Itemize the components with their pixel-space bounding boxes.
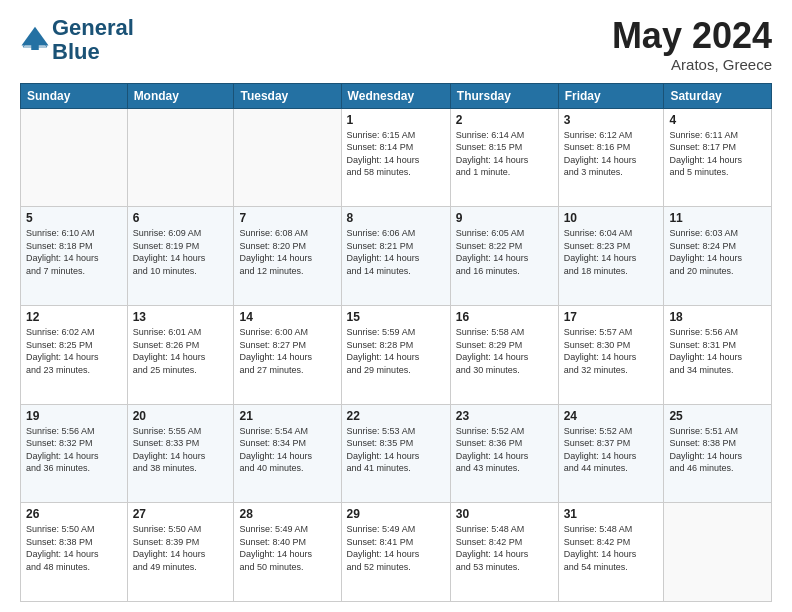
header: GeneralBlue May 2024 Aratos, Greece — [20, 16, 772, 73]
calendar-cell-w3-d6: 18Sunrise: 5:56 AM Sunset: 8:31 PM Dayli… — [664, 305, 772, 404]
day-info: Sunrise: 6:00 AM Sunset: 8:27 PM Dayligh… — [239, 326, 335, 376]
day-info: Sunrise: 6:10 AM Sunset: 8:18 PM Dayligh… — [26, 227, 122, 277]
day-info: Sunrise: 5:56 AM Sunset: 8:32 PM Dayligh… — [26, 425, 122, 475]
calendar-cell-w1-d6: 4Sunrise: 6:11 AM Sunset: 8:17 PM Daylig… — [664, 108, 772, 207]
day-info: Sunrise: 6:14 AM Sunset: 8:15 PM Dayligh… — [456, 129, 553, 179]
day-number: 26 — [26, 507, 122, 521]
calendar-cell-w5-d4: 30Sunrise: 5:48 AM Sunset: 8:42 PM Dayli… — [450, 503, 558, 602]
calendar-title: May 2024 — [612, 16, 772, 56]
day-info: Sunrise: 6:04 AM Sunset: 8:23 PM Dayligh… — [564, 227, 659, 277]
header-friday: Friday — [558, 83, 664, 108]
day-number: 9 — [456, 211, 553, 225]
calendar-cell-w1-d1 — [127, 108, 234, 207]
calendar-cell-w1-d2 — [234, 108, 341, 207]
calendar-week-4: 19Sunrise: 5:56 AM Sunset: 8:32 PM Dayli… — [21, 404, 772, 503]
calendar-cell-w4-d1: 20Sunrise: 5:55 AM Sunset: 8:33 PM Dayli… — [127, 404, 234, 503]
calendar-cell-w3-d0: 12Sunrise: 6:02 AM Sunset: 8:25 PM Dayli… — [21, 305, 128, 404]
day-info: Sunrise: 5:49 AM Sunset: 8:41 PM Dayligh… — [347, 523, 445, 573]
calendar-cell-w4-d3: 22Sunrise: 5:53 AM Sunset: 8:35 PM Dayli… — [341, 404, 450, 503]
day-info: Sunrise: 5:56 AM Sunset: 8:31 PM Dayligh… — [669, 326, 766, 376]
calendar-cell-w4-d5: 24Sunrise: 5:52 AM Sunset: 8:37 PM Dayli… — [558, 404, 664, 503]
day-info: Sunrise: 6:12 AM Sunset: 8:16 PM Dayligh… — [564, 129, 659, 179]
svg-rect-2 — [31, 44, 39, 50]
day-number: 7 — [239, 211, 335, 225]
calendar-cell-w2-d4: 9Sunrise: 6:05 AM Sunset: 8:22 PM Daylig… — [450, 207, 558, 306]
calendar-cell-w3-d4: 16Sunrise: 5:58 AM Sunset: 8:29 PM Dayli… — [450, 305, 558, 404]
day-number: 6 — [133, 211, 229, 225]
calendar-cell-w3-d3: 15Sunrise: 5:59 AM Sunset: 8:28 PM Dayli… — [341, 305, 450, 404]
calendar-cell-w2-d2: 7Sunrise: 6:08 AM Sunset: 8:20 PM Daylig… — [234, 207, 341, 306]
calendar-cell-w5-d1: 27Sunrise: 5:50 AM Sunset: 8:39 PM Dayli… — [127, 503, 234, 602]
title-block: May 2024 Aratos, Greece — [612, 16, 772, 73]
day-number: 13 — [133, 310, 229, 324]
day-number: 11 — [669, 211, 766, 225]
day-info: Sunrise: 5:49 AM Sunset: 8:40 PM Dayligh… — [239, 523, 335, 573]
calendar-week-3: 12Sunrise: 6:02 AM Sunset: 8:25 PM Dayli… — [21, 305, 772, 404]
svg-marker-0 — [22, 27, 49, 46]
day-info: Sunrise: 5:52 AM Sunset: 8:36 PM Dayligh… — [456, 425, 553, 475]
day-number: 8 — [347, 211, 445, 225]
day-info: Sunrise: 6:01 AM Sunset: 8:26 PM Dayligh… — [133, 326, 229, 376]
day-number: 18 — [669, 310, 766, 324]
calendar-week-2: 5Sunrise: 6:10 AM Sunset: 8:18 PM Daylig… — [21, 207, 772, 306]
day-number: 2 — [456, 113, 553, 127]
header-thursday: Thursday — [450, 83, 558, 108]
day-number: 29 — [347, 507, 445, 521]
day-info: Sunrise: 5:53 AM Sunset: 8:35 PM Dayligh… — [347, 425, 445, 475]
header-wednesday: Wednesday — [341, 83, 450, 108]
day-info: Sunrise: 5:50 AM Sunset: 8:39 PM Dayligh… — [133, 523, 229, 573]
calendar-cell-w1-d5: 3Sunrise: 6:12 AM Sunset: 8:16 PM Daylig… — [558, 108, 664, 207]
day-number: 24 — [564, 409, 659, 423]
day-info: Sunrise: 5:54 AM Sunset: 8:34 PM Dayligh… — [239, 425, 335, 475]
day-number: 4 — [669, 113, 766, 127]
day-info: Sunrise: 5:52 AM Sunset: 8:37 PM Dayligh… — [564, 425, 659, 475]
day-info: Sunrise: 6:08 AM Sunset: 8:20 PM Dayligh… — [239, 227, 335, 277]
calendar-cell-w2-d1: 6Sunrise: 6:09 AM Sunset: 8:19 PM Daylig… — [127, 207, 234, 306]
calendar-cell-w1-d3: 1Sunrise: 6:15 AM Sunset: 8:14 PM Daylig… — [341, 108, 450, 207]
logo: GeneralBlue — [20, 16, 134, 64]
day-info: Sunrise: 6:05 AM Sunset: 8:22 PM Dayligh… — [456, 227, 553, 277]
calendar-cell-w4-d6: 25Sunrise: 5:51 AM Sunset: 8:38 PM Dayli… — [664, 404, 772, 503]
logo-icon — [20, 23, 50, 53]
day-number: 30 — [456, 507, 553, 521]
calendar-cell-w4-d0: 19Sunrise: 5:56 AM Sunset: 8:32 PM Dayli… — [21, 404, 128, 503]
calendar-week-5: 26Sunrise: 5:50 AM Sunset: 8:38 PM Dayli… — [21, 503, 772, 602]
day-info: Sunrise: 6:03 AM Sunset: 8:24 PM Dayligh… — [669, 227, 766, 277]
day-number: 19 — [26, 409, 122, 423]
calendar-header-row: Sunday Monday Tuesday Wednesday Thursday… — [21, 83, 772, 108]
calendar-cell-w5-d2: 28Sunrise: 5:49 AM Sunset: 8:40 PM Dayli… — [234, 503, 341, 602]
day-number: 1 — [347, 113, 445, 127]
day-info: Sunrise: 6:15 AM Sunset: 8:14 PM Dayligh… — [347, 129, 445, 179]
day-info: Sunrise: 5:48 AM Sunset: 8:42 PM Dayligh… — [456, 523, 553, 573]
day-info: Sunrise: 6:11 AM Sunset: 8:17 PM Dayligh… — [669, 129, 766, 179]
header-sunday: Sunday — [21, 83, 128, 108]
day-number: 10 — [564, 211, 659, 225]
calendar-cell-w3-d1: 13Sunrise: 6:01 AM Sunset: 8:26 PM Dayli… — [127, 305, 234, 404]
header-tuesday: Tuesday — [234, 83, 341, 108]
day-info: Sunrise: 5:48 AM Sunset: 8:42 PM Dayligh… — [564, 523, 659, 573]
header-monday: Monday — [127, 83, 234, 108]
day-number: 28 — [239, 507, 335, 521]
calendar-cell-w2-d6: 11Sunrise: 6:03 AM Sunset: 8:24 PM Dayli… — [664, 207, 772, 306]
calendar-cell-w5-d5: 31Sunrise: 5:48 AM Sunset: 8:42 PM Dayli… — [558, 503, 664, 602]
page: GeneralBlue May 2024 Aratos, Greece Sund… — [0, 0, 792, 612]
day-number: 5 — [26, 211, 122, 225]
day-info: Sunrise: 5:51 AM Sunset: 8:38 PM Dayligh… — [669, 425, 766, 475]
calendar-cell-w5-d0: 26Sunrise: 5:50 AM Sunset: 8:38 PM Dayli… — [21, 503, 128, 602]
day-number: 17 — [564, 310, 659, 324]
calendar-cell-w5-d6 — [664, 503, 772, 602]
day-number: 21 — [239, 409, 335, 423]
day-number: 12 — [26, 310, 122, 324]
calendar-cell-w1-d4: 2Sunrise: 6:14 AM Sunset: 8:15 PM Daylig… — [450, 108, 558, 207]
calendar-cell-w2-d5: 10Sunrise: 6:04 AM Sunset: 8:23 PM Dayli… — [558, 207, 664, 306]
header-saturday: Saturday — [664, 83, 772, 108]
day-info: Sunrise: 6:02 AM Sunset: 8:25 PM Dayligh… — [26, 326, 122, 376]
calendar-cell-w4-d4: 23Sunrise: 5:52 AM Sunset: 8:36 PM Dayli… — [450, 404, 558, 503]
day-info: Sunrise: 6:06 AM Sunset: 8:21 PM Dayligh… — [347, 227, 445, 277]
logo-brand: GeneralBlue — [52, 16, 134, 64]
calendar-week-1: 1Sunrise: 6:15 AM Sunset: 8:14 PM Daylig… — [21, 108, 772, 207]
day-number: 3 — [564, 113, 659, 127]
calendar-cell-w2-d0: 5Sunrise: 6:10 AM Sunset: 8:18 PM Daylig… — [21, 207, 128, 306]
calendar-table: Sunday Monday Tuesday Wednesday Thursday… — [20, 83, 772, 602]
day-info: Sunrise: 6:09 AM Sunset: 8:19 PM Dayligh… — [133, 227, 229, 277]
